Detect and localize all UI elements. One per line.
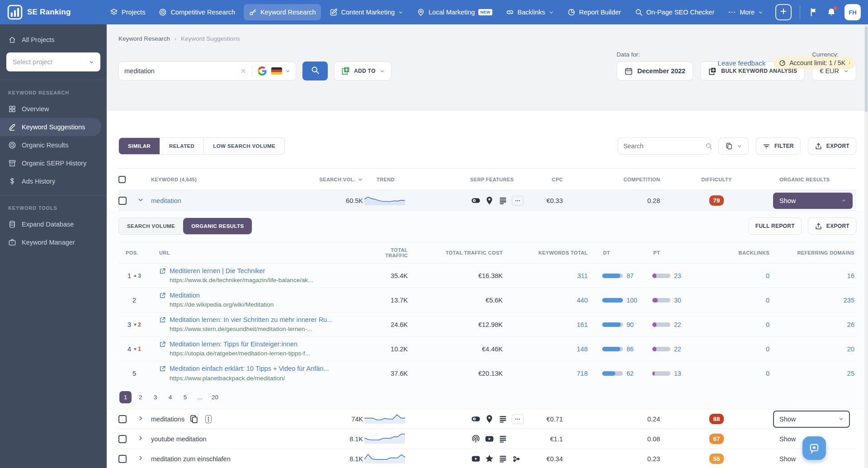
notifications-button[interactable] xyxy=(826,7,836,17)
show-organic-results-link[interactable]: Show xyxy=(773,435,796,443)
result-title-link[interactable]: Meditation lernen: Tipps für Einsteiger:… xyxy=(159,340,381,350)
keyword-text[interactable]: meditation zum einschlafen xyxy=(151,455,231,463)
result-title-link[interactable]: Meditation einfach erklärt: 10 Tipps + V… xyxy=(159,364,381,374)
result-title-link[interactable]: Meditation lernen: In vier Schritten zu … xyxy=(159,315,381,325)
nav-backlinks[interactable]: Backlinks xyxy=(501,4,559,20)
germany-flag-icon[interactable] xyxy=(271,67,282,75)
nav-more[interactable]: More xyxy=(723,4,768,20)
col-search-vol[interactable]: SEARCH VOL. xyxy=(289,177,363,182)
add-new-button[interactable] xyxy=(775,4,792,20)
expand-row-icon[interactable] xyxy=(137,415,144,421)
keyword-text[interactable]: meditations xyxy=(151,416,184,423)
nav-projects[interactable]: Projects xyxy=(105,4,150,20)
breadcrumb-parent[interactable]: Keyword Research xyxy=(118,35,170,42)
clear-input-icon[interactable] xyxy=(240,68,246,74)
more-icon[interactable] xyxy=(512,414,524,424)
panel-export-button[interactable]: EXPORT xyxy=(808,217,856,235)
nav-report-builder[interactable]: Report Builder xyxy=(562,4,626,20)
columns-button[interactable] xyxy=(718,137,749,155)
referring-domains-link[interactable]: 235 xyxy=(769,297,854,304)
sidebar-item-keyword-suggestions[interactable]: Keyword Suggestions xyxy=(0,118,101,136)
nav-onpage-seo-checker[interactable]: On-Page SEO Checker xyxy=(630,4,720,20)
sidebar-item-expand-database[interactable]: Expand Database xyxy=(0,215,107,233)
keywords-total-link[interactable]: 148 xyxy=(503,345,588,353)
referring-domains-link[interactable]: 20 xyxy=(769,345,854,353)
row-checkbox[interactable] xyxy=(118,415,127,423)
sidebar-item-keyword-manager[interactable]: Keyword Manager xyxy=(0,233,107,251)
chat-widget-button[interactable] xyxy=(802,436,826,460)
keywords-total-link[interactable]: 161 xyxy=(503,321,588,328)
keyword-text[interactable]: youtube meditation xyxy=(151,435,207,443)
sidebar-all-projects[interactable]: All Projects xyxy=(0,31,107,49)
keywords-total-link[interactable]: 440 xyxy=(503,297,588,304)
user-avatar[interactable]: FH xyxy=(844,4,861,20)
backlinks-link[interactable]: 0 xyxy=(711,297,769,304)
filter-button[interactable]: FILTER xyxy=(756,137,801,155)
sidebar-item-organic-results[interactable]: Organic Results xyxy=(0,136,107,154)
keywords-total-link[interactable]: 311 xyxy=(503,272,588,279)
sitelinks-icon xyxy=(512,454,521,463)
nav-content-marketing[interactable]: Content Marketing xyxy=(325,4,408,20)
page-button[interactable]: 2 xyxy=(134,391,146,403)
table-search-input[interactable] xyxy=(623,142,705,150)
show-organic-results-link[interactable]: Show xyxy=(773,455,796,463)
add-to-button[interactable]: ADD TO xyxy=(334,61,392,80)
sidebar-item-ads-history[interactable]: Ads History xyxy=(0,172,107,190)
backlinks-link[interactable]: 0 xyxy=(711,345,769,353)
page-button[interactable]: 1 xyxy=(119,391,132,403)
col-competition[interactable]: COMPETITION xyxy=(563,177,660,182)
referring-domains-link[interactable]: 25 xyxy=(769,370,854,377)
search-button[interactable] xyxy=(302,61,328,80)
nav-competitive-research[interactable]: Competitive Research xyxy=(154,4,240,20)
page-button[interactable]: 4 xyxy=(164,391,176,403)
brand[interactable]: SE Ranking xyxy=(7,5,84,20)
referring-domains-link[interactable]: 16 xyxy=(769,272,854,279)
tab-organic-results[interactable]: ORGANIC RESULTS xyxy=(183,218,252,234)
backlinks-link[interactable]: 0 xyxy=(711,321,769,328)
tab-low-search-volume[interactable]: LOW SEARCH VOLUME xyxy=(204,138,284,154)
date-picker-button[interactable]: December 2022 xyxy=(617,61,693,80)
nav-local-marketing[interactable]: Local Marketing NEW xyxy=(412,4,497,20)
col-keyword[interactable]: KEYWORD (4,645) xyxy=(151,177,289,182)
expand-row-icon[interactable] xyxy=(137,455,144,461)
tab-search-volume[interactable]: SEARCH VOLUME xyxy=(119,218,183,234)
tab-related[interactable]: RELATED xyxy=(160,138,204,154)
row-checkbox[interactable] xyxy=(118,197,127,205)
scrollbar-thumb[interactable] xyxy=(865,26,868,112)
sidebar-section-title: KEYWORD RESEARCH xyxy=(0,86,107,100)
more-icon[interactable] xyxy=(512,196,524,206)
select-all-checkbox[interactable] xyxy=(118,176,126,183)
export-button[interactable]: EXPORT xyxy=(808,137,856,155)
leave-feedback-link[interactable]: Leave feedback xyxy=(717,59,765,67)
show-organic-results-select[interactable]: Show xyxy=(773,411,850,428)
copy-keyword-icon[interactable] xyxy=(189,414,199,424)
row-menu-icon[interactable] xyxy=(203,414,213,424)
backlinks-link[interactable]: 0 xyxy=(711,272,769,279)
col-cpc[interactable]: CPC xyxy=(533,177,563,182)
whats-new-flag-button[interactable] xyxy=(808,7,818,17)
full-report-button[interactable]: FULL REPORT xyxy=(749,217,802,235)
tab-similar[interactable]: SIMILAR xyxy=(119,138,160,154)
col-difficulty[interactable]: DIFFICULTY xyxy=(660,177,773,182)
sidebar-item-organic-serp-history[interactable]: Organic SERP History xyxy=(0,154,107,172)
row-checkbox[interactable] xyxy=(118,435,127,443)
sidebar-item-overview[interactable]: Overview xyxy=(0,100,107,118)
result-title-link[interactable]: Meditieren lernen | Die Techniker xyxy=(159,266,381,276)
keyword-link[interactable]: meditation xyxy=(151,197,181,204)
collapse-row-icon[interactable] xyxy=(137,197,144,203)
referring-domains-link[interactable]: 26 xyxy=(769,321,854,328)
show-organic-results-button[interactable]: Show xyxy=(773,193,853,209)
row-checkbox[interactable] xyxy=(118,455,127,463)
chevron-down-icon[interactable] xyxy=(285,69,290,74)
result-title-link[interactable]: Meditation xyxy=(159,291,381,301)
page-scrollbar[interactable] xyxy=(864,24,868,468)
select-project-dropdown[interactable]: Select project xyxy=(6,52,100,71)
nav-keyword-research[interactable]: Keyword Research xyxy=(244,4,321,20)
page-button[interactable]: 5 xyxy=(179,391,191,403)
expand-row-icon[interactable] xyxy=(137,435,144,441)
page-button[interactable]: 20 xyxy=(209,391,221,403)
backlinks-link[interactable]: 0 xyxy=(711,370,769,377)
keyword-search-input[interactable] xyxy=(124,67,240,75)
keywords-total-link[interactable]: 718 xyxy=(503,370,588,377)
page-button[interactable]: 3 xyxy=(149,391,161,403)
